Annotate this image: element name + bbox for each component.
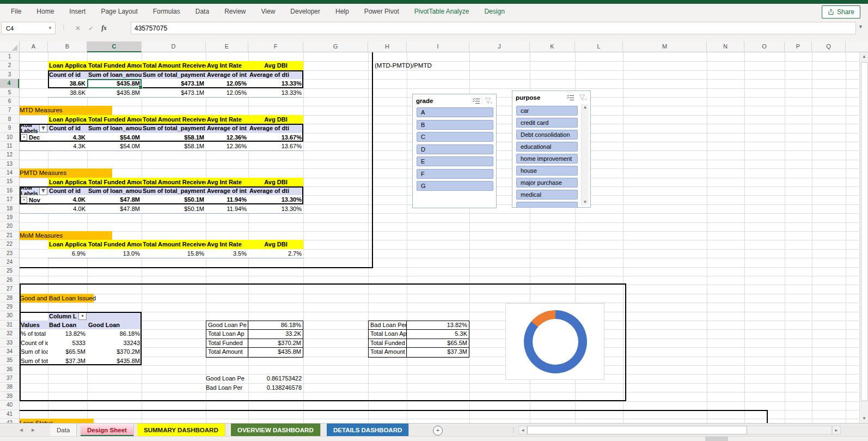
column-header[interactable]: H	[368, 41, 407, 52]
sheet-tab-overview-dashboard[interactable]: OVERVIEW DASHBOARD	[231, 424, 321, 437]
column-labels-cell[interactable]: Column L ▼	[48, 312, 87, 321]
ribbon-tab[interactable]: Power Pivot	[357, 4, 407, 20]
grade-slicer-item[interactable]: B	[417, 120, 493, 130]
row-header-11[interactable]: 11	[0, 142, 19, 150]
expand-formula-bar-icon[interactable]: ▼	[858, 24, 863, 29]
column-header[interactable]: G	[303, 41, 368, 52]
pivot-field-header-cell[interactable]: Sum of loan_amount	[87, 124, 142, 132]
mtd-total-cell[interactable]: $54.0M	[87, 133, 142, 142]
column-header[interactable]: K	[530, 41, 575, 52]
row-header-12[interactable]: 12	[0, 150, 19, 159]
sheet-tab-details-dashboard[interactable]: DETAILS DASHBOARD	[327, 424, 409, 437]
good-bad-data-row-cell[interactable]: Sum of loan_	[20, 347, 48, 356]
insert-function-icon[interactable]: fx	[101, 24, 107, 32]
pivot-metric-header-cell[interactable]: Avg Int Rate	[206, 178, 248, 186]
good-summary-row-cell[interactable]: Total Amount	[206, 348, 248, 357]
row-header-33[interactable]: 33	[0, 339, 19, 347]
mtd-section-label[interactable]: MTD Measures	[20, 106, 254, 114]
row-header-31[interactable]: 31	[0, 321, 19, 329]
good-bad-title[interactable]: Good and Bad Loan Issued	[20, 294, 237, 303]
good-summary-row-cell[interactable]: $370.2M	[248, 339, 303, 347]
mom-value-cell[interactable]: 3.5%	[206, 249, 248, 258]
row-header-35[interactable]: 35	[0, 356, 19, 365]
ratio-row[interactable]: Bad Loan Per0.138246578	[206, 383, 303, 392]
bad-summary-row[interactable]: Total Loan Ap5.3K	[369, 330, 469, 339]
active-cell-C4[interactable]	[87, 79, 142, 88]
bad-summary-row-cell[interactable]: Bad Loan Per	[369, 321, 407, 329]
row-header-34[interactable]: 34	[0, 347, 19, 356]
sheet-area[interactable]: (MTD-PMTD)/PMTD Loan ApplicaTotal Funded…	[20, 52, 859, 423]
row-header-38[interactable]: 38	[0, 383, 19, 391]
pivot-field-header-cell[interactable]: Average of dti	[248, 70, 303, 79]
overall-total-cell[interactable]: 38.6K	[48, 79, 87, 88]
pmtd-detail-cell[interactable]: $47.8M	[87, 204, 142, 213]
horizontal-scroll-thumb[interactable]	[527, 426, 747, 434]
pmtd-detail-cell[interactable]: 11.94%	[206, 204, 248, 213]
row-header-14[interactable]: 14	[0, 168, 19, 177]
bad-summary-row-cell[interactable]: Total Funded	[369, 339, 407, 347]
sheet-tab-data[interactable]: Data	[50, 424, 77, 437]
pivot-metric-header-cell[interactable]: Avg DBI	[248, 178, 303, 186]
pivot-field-header-cell[interactable]: Average of dti	[248, 186, 303, 195]
multi-select-icon[interactable]	[566, 94, 574, 101]
mom-value-cell[interactable]: 2.7%	[248, 249, 303, 258]
ribbon-tab[interactable]: Page Layout	[93, 4, 145, 20]
scroll-up-icon[interactable]: ▲	[582, 104, 589, 111]
row-header-30[interactable]: 30	[0, 311, 19, 320]
purpose-slicer[interactable]: purpose carcredit cardDebt consolidation…	[512, 90, 591, 208]
pmtd-row-group[interactable]: + Nov	[20, 195, 48, 204]
row-header-9[interactable]: 9	[0, 124, 19, 132]
good-summary-row-cell[interactable]: $435.8M	[248, 348, 303, 357]
fill-handle[interactable]	[138, 85, 143, 89]
good-summary-row[interactable]: Total Funded$370.2M	[206, 339, 303, 348]
empty-cell[interactable]	[20, 312, 48, 321]
pmtd-detail-cell[interactable]: $50.1M	[142, 204, 206, 213]
multi-select-icon[interactable]	[472, 98, 480, 104]
pivot-field-header-cell[interactable]: Count of id	[48, 70, 87, 79]
mom-value-cell[interactable]: 15.8%	[142, 249, 206, 258]
bad-summary-row-cell[interactable]: $65.5M	[407, 339, 469, 347]
row-header-18[interactable]: 18	[0, 204, 19, 213]
column-header[interactable]: B	[48, 41, 87, 52]
column-header[interactable]: O	[744, 41, 785, 52]
column-header[interactable]: J	[469, 41, 530, 52]
ribbon-tab[interactable]: Data	[188, 4, 217, 20]
hscroll-left-icon[interactable]: ◄	[518, 426, 527, 434]
purpose-slicer-item[interactable]: Debt consolidation	[516, 130, 578, 140]
new-sheet-icon[interactable]: +	[433, 426, 443, 436]
purpose-slicer-item[interactable]: medical	[516, 190, 578, 200]
expand-icon[interactable]: +	[21, 134, 27, 141]
tabbar-grip[interactable]: ⋮	[511, 424, 516, 437]
ribbon-contextual-tab[interactable]: Design	[476, 4, 512, 20]
ribbon-tab[interactable]: Insert	[62, 4, 93, 20]
pmtd-total-cell[interactable]: 13.30%	[248, 195, 303, 204]
pivot-field-header-cell[interactable]: Count of id	[48, 186, 87, 195]
clear-filter-icon[interactable]	[485, 98, 493, 105]
good-bad-data-row[interactable]: Count of id2533333243	[20, 339, 142, 347]
name-box-dropdown-icon[interactable]: ▼	[46, 22, 54, 34]
select-all-corner[interactable]	[0, 41, 20, 52]
pivot-metric-header-cell[interactable]: Loan Applica	[48, 115, 87, 124]
row-header-4[interactable]: 4	[0, 79, 19, 88]
good-summary-row-cell[interactable]: Total Funded	[206, 339, 248, 347]
row-header-10[interactable]: 10	[0, 133, 19, 142]
purpose-slicer-item[interactable]: major purchase	[516, 178, 578, 188]
filter-icon[interactable]	[39, 187, 47, 195]
column-header[interactable]: E	[206, 41, 248, 52]
bad-summary-row-cell[interactable]: $37.3M	[407, 348, 469, 357]
grade-slicer-item[interactable]: E	[417, 156, 493, 166]
purpose-slicer-scrollbar[interactable]: ▲ ▼	[581, 104, 589, 206]
bad-summary-row[interactable]: Total Funded$65.5M	[369, 339, 469, 348]
pmtd-total-cell[interactable]: $47.8M	[87, 195, 142, 204]
good-summary-row-cell[interactable]: Good Loan Pe	[206, 321, 248, 329]
filter-icon[interactable]	[39, 124, 47, 132]
hscroll-right-icon[interactable]: ►	[832, 426, 841, 434]
purpose-slicer-item-partial[interactable]	[516, 202, 578, 208]
mom-value-cell[interactable]: 6.9%	[48, 249, 87, 258]
pivot-metric-header-cell[interactable]: Total Amount Received	[142, 61, 206, 70]
purpose-slicer-item[interactable]: house	[516, 166, 578, 176]
prev-sheet-icon[interactable]: ◄	[19, 424, 24, 437]
grade-slicer-item[interactable]: A	[417, 107, 493, 117]
pmtd-total-cell[interactable]: 4.0K	[48, 195, 87, 204]
pivot-field-header-cell[interactable]: Sum of total_payment	[142, 186, 206, 195]
